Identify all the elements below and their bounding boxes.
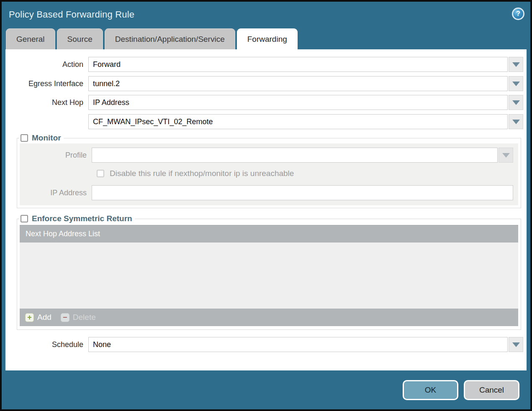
plus-icon: + <box>25 313 34 322</box>
next-hop-address-input[interactable] <box>88 114 508 129</box>
dialog-footer: OK Cancel <box>2 370 530 409</box>
next-hop-address-list-header: Next Hop Address List <box>20 225 518 243</box>
monitor-ip-address-label: IP Address <box>20 189 92 197</box>
egress-interface-row: Egress Interface <box>5 76 523 91</box>
next-hop-type-dropdown-button[interactable] <box>509 95 523 110</box>
next-hop-address-list-table: Next Hop Address List + Add − Delete <box>20 225 518 326</box>
cancel-button[interactable]: Cancel <box>464 380 519 400</box>
tab-general[interactable]: General <box>6 28 55 49</box>
monitor-section: Monitor Profile Disable this rule if nex… <box>17 133 521 208</box>
schedule-input[interactable] <box>88 337 508 352</box>
egress-interface-label: Egress Interface <box>5 79 88 88</box>
chevron-down-icon <box>512 62 520 67</box>
add-button[interactable]: + Add <box>25 313 51 322</box>
add-button-label: Add <box>37 313 51 322</box>
chevron-down-icon <box>512 82 520 86</box>
next-hop-label: Next Hop <box>5 98 88 107</box>
tab-bar: General Source Destination/Application/S… <box>6 28 298 49</box>
schedule-row: Schedule <box>5 337 523 352</box>
egress-interface-input[interactable] <box>88 76 508 91</box>
enforce-symmetric-return-checkbox[interactable] <box>21 215 28 222</box>
enforce-symmetric-return-section: Enforce Symmetric Return Next Hop Addres… <box>17 214 521 330</box>
monitor-ip-address-input <box>92 185 513 200</box>
monitor-panel: Profile Disable this rule if nexthop/mon… <box>20 143 518 205</box>
delete-button-label: Delete <box>73 313 96 322</box>
action-input[interactable] <box>88 57 508 72</box>
action-row: Action <box>5 57 523 72</box>
next-hop-row: Next Hop <box>5 95 523 110</box>
monitor-checkbox[interactable] <box>21 134 28 142</box>
enforce-symmetric-return-legend: Enforce Symmetric Return <box>32 214 132 223</box>
egress-interface-dropdown-button[interactable] <box>509 76 523 91</box>
delete-button: − Delete <box>61 313 96 322</box>
disable-rule-row: Disable this rule if nexthop/monitor ip … <box>97 169 518 178</box>
tab-source[interactable]: Source <box>57 28 103 49</box>
minus-icon: − <box>61 313 69 322</box>
profile-label: Profile <box>20 151 92 160</box>
disable-rule-label: Disable this rule if nexthop/monitor ip … <box>110 169 294 178</box>
tab-forwarding[interactable]: Forwarding <box>237 28 298 49</box>
next-hop-address-list-body[interactable] <box>20 243 518 309</box>
ok-button[interactable]: OK <box>403 380 458 400</box>
chevron-down-icon <box>512 100 520 105</box>
next-hop-address-row <box>5 114 523 129</box>
profile-row: Profile <box>20 148 513 163</box>
action-label: Action <box>5 60 88 69</box>
profile-dropdown-button <box>499 148 513 163</box>
chevron-down-icon <box>512 342 520 347</box>
next-hop-address-dropdown-button[interactable] <box>509 114 523 129</box>
next-hop-address-list-footer: + Add − Delete <box>20 309 518 326</box>
monitor-legend: Monitor <box>32 133 61 143</box>
monitor-ip-address-row: IP Address <box>20 185 513 200</box>
forwarding-tab-panel: Action Egress Interface Next Hop <box>5 49 527 370</box>
disable-rule-checkbox <box>97 170 104 177</box>
policy-based-forwarding-dialog: Policy Based Forwarding Rule ? General S… <box>0 0 532 411</box>
help-icon[interactable]: ? <box>512 8 524 20</box>
tab-destination-application-service[interactable]: Destination/Application/Service <box>105 28 235 49</box>
chevron-down-icon <box>502 153 510 158</box>
next-hop-type-input[interactable] <box>88 95 508 110</box>
profile-input <box>92 148 498 163</box>
chevron-down-icon <box>512 120 520 124</box>
schedule-label: Schedule <box>5 340 88 349</box>
dialog-title: Policy Based Forwarding Rule <box>9 9 134 20</box>
schedule-dropdown-button[interactable] <box>509 337 523 352</box>
action-dropdown-button[interactable] <box>509 57 523 72</box>
